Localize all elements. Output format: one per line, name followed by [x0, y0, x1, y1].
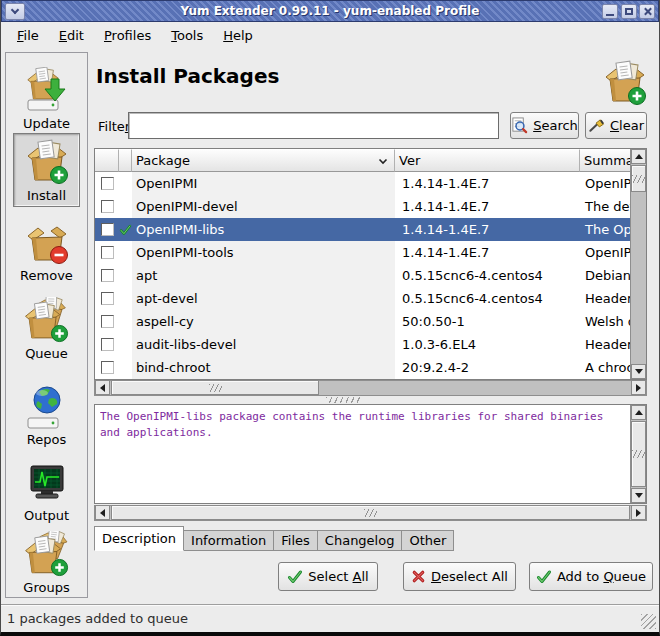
sidebar-item-label: Install [27, 188, 66, 203]
menu-profiles[interactable]: Profiles [94, 25, 161, 46]
sidebar-item-label: Remove [20, 268, 73, 283]
description-horizontal-scrollbar[interactable] [94, 505, 647, 521]
ver-cell: 1.4.14-1.4E.7 [395, 195, 580, 218]
search-button[interactable]: Search [510, 112, 579, 139]
header-summary-column[interactable]: Summary [580, 149, 630, 172]
scroll-up-button[interactable] [631, 405, 646, 420]
pane-splitter-handle[interactable] [326, 397, 362, 403]
table-row[interactable]: OpenIPMI-devel 1.4.14-1.4E.7 The dev [95, 195, 630, 218]
menu-edit[interactable]: Edit [49, 25, 94, 46]
package-cell: OpenIPMI-tools [132, 241, 395, 264]
description-text: The OpenIPMI-libs package contains the r… [100, 409, 626, 501]
table-row[interactable]: apt-devel 0.5.15cnc6-4.centos4 Header [95, 287, 630, 310]
table-vertical-scrollbar[interactable] [630, 149, 646, 379]
close-button[interactable] [639, 4, 655, 19]
sidebar-item-update[interactable]: Update [8, 61, 85, 131]
row-checkbox[interactable] [101, 315, 114, 328]
cross-icon [411, 569, 426, 584]
sidebar-item-groups[interactable]: Groups [8, 525, 85, 595]
table-row[interactable]: bind-chroot 20:9.2.4-2 A chroo [95, 356, 630, 379]
row-checkbox[interactable] [101, 292, 114, 305]
scrollbar-thumb[interactable] [631, 165, 646, 192]
table-row[interactable]: audit-libs-devel 1.0.3-6.EL4 Header [95, 333, 630, 356]
summary-cell: OpenIP [580, 172, 630, 195]
groups-icon [23, 531, 71, 579]
check-icon [119, 223, 132, 237]
scrollbar-grip [364, 509, 377, 517]
ver-cell: 1.4.14-1.4E.7 [395, 218, 580, 241]
tab-other[interactable]: Other [402, 530, 454, 551]
filter-input[interactable] [128, 112, 499, 139]
row-checkbox[interactable] [101, 223, 114, 236]
package-cell: bind-chroot [132, 356, 395, 379]
header-package-column[interactable]: Package [132, 149, 395, 172]
sidebar-item-label: Groups [23, 580, 69, 595]
install-icon [23, 139, 71, 187]
row-checkbox[interactable] [101, 338, 114, 351]
scroll-down-button[interactable] [631, 364, 646, 379]
ver-cell: 1.4.14-1.4E.7 [395, 241, 580, 264]
tab-changelog[interactable]: Changelog [318, 530, 403, 551]
row-checkbox[interactable] [101, 269, 114, 282]
header-ver-column[interactable]: Ver [395, 149, 580, 172]
package-cell: OpenIPMI-libs [132, 218, 395, 241]
package-cell: OpenIPMI-devel [132, 195, 395, 218]
update-icon [23, 67, 71, 115]
scroll-right-button[interactable] [631, 505, 646, 520]
select-all-button[interactable]: Select All [278, 562, 378, 591]
menu-file[interactable]: File [7, 25, 49, 46]
sidebar-item-output[interactable]: Output [8, 453, 85, 523]
header-status-column[interactable] [119, 149, 132, 172]
row-checkbox[interactable] [101, 177, 114, 190]
table-row[interactable]: aspell-cy 50:0.50-1 Welsh d [95, 310, 630, 333]
package-cell: OpenIPMI [132, 172, 395, 195]
sidebar-item-remove[interactable]: Remove [8, 213, 85, 283]
sidebar-item-label: Output [24, 508, 69, 523]
scroll-right-button[interactable] [631, 380, 646, 395]
scroll-up-button[interactable] [631, 149, 646, 164]
row-checkbox[interactable] [101, 200, 114, 213]
window-menu-button[interactable] [5, 3, 25, 20]
menubar: File Edit Profiles Tools Help [1, 22, 659, 48]
ver-cell: 50:0.50-1 [395, 310, 580, 333]
sidebar-item-label: Queue [25, 346, 68, 361]
search-button-label: Search [533, 118, 578, 133]
description-vertical-scrollbar[interactable] [630, 405, 646, 503]
titlebar[interactable]: Yum Extender 0.99.11 - yum-enabled Profi… [1, 0, 659, 22]
scrollbar-thumb[interactable] [111, 505, 630, 520]
queue-icon [23, 297, 71, 345]
sidebar-item-repos[interactable]: Repos [8, 377, 85, 447]
scrollbar-thumb[interactable] [631, 421, 646, 487]
scrollbar-thumb[interactable] [111, 380, 319, 395]
resize-grip[interactable] [641, 614, 656, 629]
table-row[interactable]: apt 0.5.15cnc6-4.centos4 Debian' [95, 264, 630, 287]
summary-cell: Debian' [580, 264, 630, 287]
tab-files[interactable]: Files [274, 530, 318, 551]
table-horizontal-scrollbar[interactable] [94, 380, 647, 396]
check-icon [536, 569, 552, 585]
deselect-all-button[interactable]: Deselect All [403, 562, 516, 591]
sidebar-item-install[interactable]: Install [13, 133, 80, 207]
tab-information[interactable]: Information [184, 530, 274, 551]
maximize-button[interactable] [621, 4, 637, 19]
row-checkbox[interactable] [101, 246, 114, 259]
sidebar-item-queue[interactable]: Queue [8, 291, 85, 361]
summary-cell: The Op [580, 218, 630, 241]
scroll-down-button[interactable] [631, 488, 646, 503]
header-checkbox-column[interactable] [95, 149, 119, 172]
remove-icon [23, 219, 71, 267]
menu-tools[interactable]: Tools [161, 25, 213, 46]
table-row-selected[interactable]: OpenIPMI-libs 1.4.14-1.4E.7 The Op [95, 218, 630, 241]
table-row[interactable]: OpenIPMI-tools 1.4.14-1.4E.7 OpenIP [95, 241, 630, 264]
scroll-left-button[interactable] [95, 380, 110, 395]
add-to-queue-button[interactable]: Add to Queue [529, 562, 653, 591]
menu-help[interactable]: Help [213, 25, 263, 46]
tab-description[interactable]: Description [94, 526, 184, 551]
row-checkbox[interactable] [101, 361, 114, 374]
minimize-button[interactable] [602, 4, 618, 19]
output-icon [23, 459, 71, 507]
clear-button[interactable]: Clear [585, 112, 647, 139]
deselect-all-label: Deselect All [431, 569, 508, 584]
table-row[interactable]: OpenIPMI 1.4.14-1.4E.7 OpenIP [95, 172, 630, 195]
scroll-left-button[interactable] [95, 505, 110, 520]
